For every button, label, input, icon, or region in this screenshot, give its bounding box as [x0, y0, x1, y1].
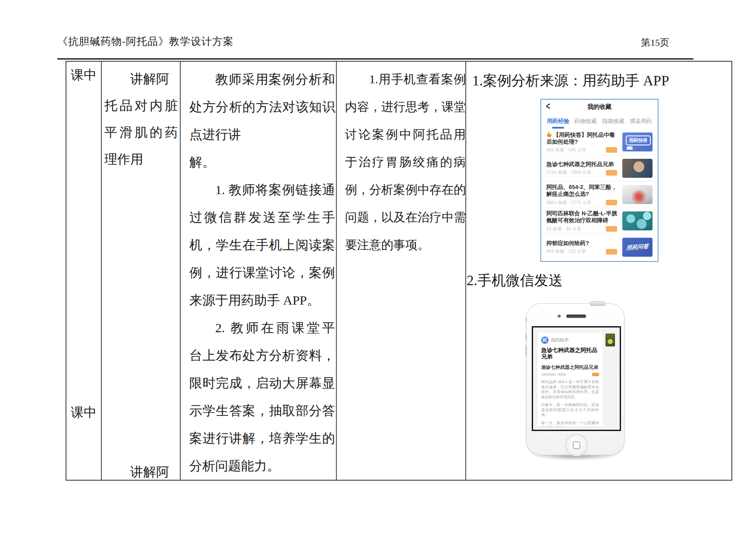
item-thumbnail [622, 185, 652, 204]
text-line: 理作用 [104, 146, 178, 173]
app-nav-bar: < 我的收藏 [541, 100, 658, 113]
article-paragraph: 每一次，急诊科抢救一个心脏骤停的患者，主任 [541, 421, 599, 427]
text-line: 平滑肌的药 [104, 119, 178, 146]
text-line: 于治疗胃肠绞痛的病 [345, 148, 466, 176]
caption-wechat-send: 2.手机微信发送 [467, 271, 563, 290]
list-item: 阿司匹林联合 N-乙酰-L-半胱氨酸可有效治疗双相障碍13 收藏 · 35 分享 [541, 208, 658, 234]
text-line: 1. 教师将案例链接通 [189, 176, 335, 204]
item-stats: 2764 收藏 · 1869 分享 [546, 170, 591, 176]
item-thumbnail: 用药问答 [622, 238, 652, 257]
text-line: 过微信群发送至学生手 [189, 204, 335, 231]
article-body: 阿托品和 654-2 是一对不离不弃的难兄难弟，它们同属胆碱能受体拮抗剂，具有相… [541, 380, 599, 427]
phase-cell-bottom: 课中 [66, 406, 101, 419]
tag-badge [606, 249, 617, 255]
text-line: 讲解阿 [104, 66, 178, 92]
phone-mute-switch [525, 318, 527, 322]
thumbnail-label: 用药快答 [626, 135, 651, 145]
pill-app-icon: 药 [541, 337, 549, 344]
text-line: 1.用手机查看案例 [345, 66, 466, 93]
text-line: 托品对内脏 [104, 92, 178, 119]
item-thumbnail [622, 159, 652, 178]
text-line: 示学生答案，抽取部分答 [189, 397, 335, 425]
text-line: 点进行讲 [189, 121, 335, 148]
text-line: 限时完成，启动大屏幕显 [189, 369, 335, 397]
text-line: 2. 教师在雨课堂平 [189, 314, 335, 342]
text-line: 台上发布处方分析资料， [189, 342, 335, 369]
text-line: 讨论案例中阿托品用 [345, 121, 466, 148]
table-column-border [101, 62, 102, 480]
tag-badge [606, 170, 617, 176]
wechat-share-card: 药 用药助手 急诊七种武器之阿托品兄弟 急诊七种武器之阿托品兄弟 阿托品和 65… [537, 333, 603, 427]
flame-icon [546, 131, 552, 137]
list-item-text: 阿托品、654-2、间苯三酚，解痉止痛怎么选?4863 收藏 · 2776 分享 [546, 184, 619, 206]
phone-speaker [566, 315, 586, 318]
student-activity-cell: 1.用手机查看案例内容，进行思考，课堂讨论案例中阿托品用于治疗胃肠绞痛的病例，分… [345, 66, 466, 259]
app-tab: 感染用药 [630, 117, 652, 125]
tag-badge [606, 147, 617, 153]
lesson-design-table: 课中 课中 讲解阿托品对内脏平滑肌的药理作用 讲解阿 教师采用案例分析和处方分析… [66, 61, 732, 481]
tag-badge [592, 373, 599, 376]
tag-badge [606, 226, 617, 232]
app-favorites-list: 【用药快答】阿托品中毒后如何处理?665 收藏 · 536 分享用药快答急诊七种… [541, 129, 658, 260]
text-line: 案进行讲解，培养学生的 [189, 425, 335, 452]
list-item-text: 阿司匹林联合 N-乙酰-L-半胱氨酸可有效治疗双相障碍13 收藏 · 35 分享 [546, 210, 619, 232]
phone-volume-down-button [525, 346, 527, 356]
document-page: 《抗胆碱药物-阿托品》教学设计方案 第15页 课中 课中 讲解阿托品对内脏平滑肌… [0, 0, 756, 535]
thumbnail-label: 用药问答 [626, 242, 649, 252]
list-item-text: 急诊七种武器之阿托品兄弟2764 收藏 · 1869 分享 [546, 161, 619, 176]
list-item: 抑郁症如何给药?843 收藏 · 119 分享用药问答 [541, 234, 658, 260]
text-line: 分析问题能力。 [189, 452, 335, 480]
phone-image: 药 用药助手 急诊七种武器之阿托品兄弟 急诊七种武器之阿托品兄弟 阿托品和 65… [526, 303, 624, 455]
phone-power-button [590, 301, 605, 306]
teacher-activity-cell: 教师采用案例分析和处方分析的方法对该知识点进行讲解。1. 教师将案例链接通过微信… [189, 66, 335, 480]
phone-home-button [565, 434, 588, 456]
home-button-square-icon [573, 441, 580, 449]
text-line: 问题，以及在治疗中需 [345, 204, 466, 231]
app-identity-row: 药 用药助手 [541, 337, 599, 344]
item-stats: 4863 收藏 · 2776 分享 [546, 200, 591, 206]
item-title: 抑郁症如何给药? [546, 240, 619, 247]
item-title: 阿司匹林联合 N-乙酰-L-半胱氨酸可有效治疗双相障碍 [546, 210, 619, 224]
app-tab: 指南收藏 [602, 117, 624, 125]
thumbnail-photo [605, 334, 615, 346]
article-byline [541, 373, 599, 376]
item-stats: 665 收藏 · 536 分享 [546, 147, 586, 153]
header-rule [57, 58, 693, 60]
text-line: 例，进行课堂讨论，案例 [189, 259, 335, 286]
app-name-label: 用药助手 [551, 337, 569, 343]
phone-volume-up-button [525, 334, 527, 340]
list-item-text: 【用药快答】阿托品中毒后如何处理?665 收藏 · 536 分享 [546, 131, 619, 153]
table-column-border [180, 62, 181, 480]
table-column-border [336, 62, 337, 480]
list-item-text: 抑郁症如何给药?843 收藏 · 119 分享 [546, 240, 619, 255]
app-tab-bar: 用药经验药物收藏指南收藏感染用药 [541, 113, 658, 129]
item-thumbnail: 用药快答 [622, 132, 652, 151]
caption-case-source: 1.案例分析来源：用药助手 APP [472, 71, 669, 91]
page-number: 第15页 [626, 36, 669, 49]
tag-badge [606, 200, 617, 205]
text-line: 内容，进行思考，课堂 [345, 93, 466, 121]
item-thumbnail [622, 211, 652, 230]
text-line: 要注意的事项。 [345, 231, 466, 259]
phone-camera-icon [558, 315, 561, 318]
phase-cell-top: 课中 [66, 68, 101, 82]
share-title: 急诊七种武器之阿托品兄弟 [541, 347, 599, 360]
document-title: 《抗胆碱药物-阿托品》教学设计方案 [57, 35, 234, 48]
text-line: 机，学生在手机上阅读案 [189, 231, 335, 259]
byline-placeholder [558, 373, 566, 376]
topic-cell-next-row: 讲解阿 [104, 459, 178, 481]
text-line: 例，分析案例中存在的 [345, 176, 466, 204]
text-line: 解。 [189, 148, 335, 176]
item-title: 阿托品、654-2、间苯三酚，解痉止痛怎么选? [546, 184, 619, 198]
article-paragraph: 印象中，第一次接触阿托品，应该是在刚到医院工作才几个月的时候。 [541, 403, 599, 418]
byline-placeholder [541, 373, 556, 376]
article-paragraph: 阿托品和 654-2 是一对不离不弃的难兄难弟，它们同属胆碱能受体拮抗剂，具有相… [541, 380, 599, 400]
text-line: 来源于用药助手 APP。 [189, 286, 335, 314]
app-nav-title: 我的收藏 [541, 103, 658, 111]
app-tab: 用药经验 [547, 117, 569, 125]
item-title: 急诊七种武器之阿托品兄弟 [546, 161, 619, 168]
app-tab: 药物收藏 [574, 117, 597, 125]
text-line: 教师采用案例分析和 [189, 66, 335, 93]
app-screenshot: < 我的收藏 用药经验药物收藏指南收藏感染用药 【用药快答】阿托品中毒后如何处理… [540, 99, 659, 262]
text-line: 处方分析的方法对该知识 [189, 93, 335, 121]
